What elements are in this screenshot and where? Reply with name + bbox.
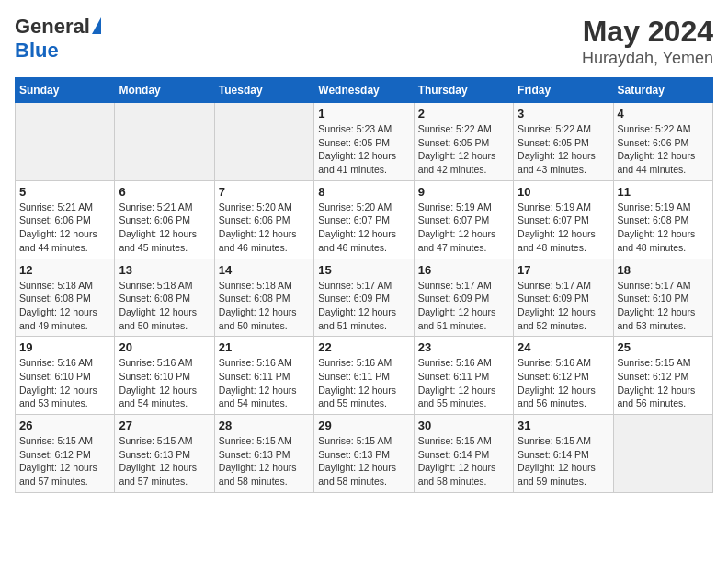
day-number: 22 xyxy=(318,340,409,354)
day-number: 20 xyxy=(119,340,210,354)
day-info: Sunrise: 5:15 AM Sunset: 6:14 PM Dayligh… xyxy=(418,434,509,488)
header-sunday: Sunday xyxy=(16,78,115,103)
calendar-cell: 13Sunrise: 5:18 AM Sunset: 6:08 PM Dayli… xyxy=(115,259,214,337)
calendar-cell: 2Sunrise: 5:22 AM Sunset: 6:05 PM Daylig… xyxy=(414,103,513,181)
calendar-cell: 3Sunrise: 5:22 AM Sunset: 6:05 PM Daylig… xyxy=(514,103,613,181)
calendar-cell: 4Sunrise: 5:22 AM Sunset: 6:06 PM Daylig… xyxy=(613,103,712,181)
day-info: Sunrise: 5:18 AM Sunset: 6:08 PM Dayligh… xyxy=(19,279,110,333)
calendar-cell: 18Sunrise: 5:17 AM Sunset: 6:10 PM Dayli… xyxy=(613,259,712,337)
day-number: 13 xyxy=(119,263,210,277)
logo: General Blue xyxy=(15,15,101,63)
day-number: 3 xyxy=(518,107,609,121)
day-info: Sunrise: 5:18 AM Sunset: 6:08 PM Dayligh… xyxy=(119,279,210,333)
day-number: 1 xyxy=(318,107,409,121)
location-subtitle: Huraydah, Yemen xyxy=(582,49,713,68)
calendar-cell: 20Sunrise: 5:16 AM Sunset: 6:10 PM Dayli… xyxy=(115,337,214,415)
calendar-cell: 7Sunrise: 5:20 AM Sunset: 6:06 PM Daylig… xyxy=(214,180,313,259)
calendar-table: SundayMondayTuesdayWednesdayThursdayFrid… xyxy=(15,77,713,493)
calendar-week-row: 19Sunrise: 5:16 AM Sunset: 6:10 PM Dayli… xyxy=(16,337,713,415)
calendar-cell xyxy=(16,103,115,181)
day-info: Sunrise: 5:15 AM Sunset: 6:13 PM Dayligh… xyxy=(219,434,310,488)
header-monday: Monday xyxy=(115,78,214,103)
day-number: 6 xyxy=(119,185,210,199)
day-number: 10 xyxy=(518,185,609,199)
logo-general-text: General xyxy=(15,15,90,39)
day-info: Sunrise: 5:20 AM Sunset: 6:07 PM Dayligh… xyxy=(318,201,409,255)
calendar-cell: 25Sunrise: 5:15 AM Sunset: 6:12 PM Dayli… xyxy=(613,337,712,415)
calendar-cell: 8Sunrise: 5:20 AM Sunset: 6:07 PM Daylig… xyxy=(314,180,414,259)
day-number: 21 xyxy=(219,340,310,354)
day-number: 16 xyxy=(418,263,509,277)
day-number: 24 xyxy=(518,340,609,354)
calendar-cell: 14Sunrise: 5:18 AM Sunset: 6:08 PM Dayli… xyxy=(214,259,313,337)
calendar-cell: 1Sunrise: 5:23 AM Sunset: 6:05 PM Daylig… xyxy=(314,103,414,181)
day-info: Sunrise: 5:15 AM Sunset: 6:12 PM Dayligh… xyxy=(19,434,110,488)
day-number: 19 xyxy=(19,340,110,354)
day-number: 18 xyxy=(618,263,709,277)
day-info: Sunrise: 5:16 AM Sunset: 6:10 PM Dayligh… xyxy=(19,356,110,410)
calendar-week-row: 12Sunrise: 5:18 AM Sunset: 6:08 PM Dayli… xyxy=(16,259,713,337)
day-info: Sunrise: 5:17 AM Sunset: 6:10 PM Dayligh… xyxy=(618,279,709,333)
calendar-cell: 12Sunrise: 5:18 AM Sunset: 6:08 PM Dayli… xyxy=(16,259,115,337)
calendar-cell: 23Sunrise: 5:16 AM Sunset: 6:11 PM Dayli… xyxy=(414,337,513,415)
day-info: Sunrise: 5:23 AM Sunset: 6:05 PM Dayligh… xyxy=(318,122,409,177)
day-info: Sunrise: 5:17 AM Sunset: 6:09 PM Dayligh… xyxy=(518,279,609,333)
calendar-cell: 17Sunrise: 5:17 AM Sunset: 6:09 PM Dayli… xyxy=(514,259,613,337)
day-number: 11 xyxy=(618,185,709,199)
logo-triangle-icon xyxy=(92,17,101,34)
calendar-cell: 15Sunrise: 5:17 AM Sunset: 6:09 PM Dayli… xyxy=(314,259,414,337)
calendar-cell xyxy=(214,103,313,181)
day-number: 14 xyxy=(219,263,310,277)
calendar-cell: 26Sunrise: 5:15 AM Sunset: 6:12 PM Dayli… xyxy=(16,415,115,493)
day-info: Sunrise: 5:15 AM Sunset: 6:14 PM Dayligh… xyxy=(518,434,609,488)
calendar-cell: 30Sunrise: 5:15 AM Sunset: 6:14 PM Dayli… xyxy=(414,415,513,493)
day-info: Sunrise: 5:16 AM Sunset: 6:12 PM Dayligh… xyxy=(518,356,609,410)
calendar-cell: 24Sunrise: 5:16 AM Sunset: 6:12 PM Dayli… xyxy=(514,337,613,415)
day-info: Sunrise: 5:16 AM Sunset: 6:11 PM Dayligh… xyxy=(219,356,310,410)
day-info: Sunrise: 5:20 AM Sunset: 6:06 PM Dayligh… xyxy=(219,201,310,255)
header-tuesday: Tuesday xyxy=(214,78,313,103)
day-number: 31 xyxy=(518,419,609,432)
day-number: 17 xyxy=(518,263,609,277)
day-number: 2 xyxy=(418,107,509,121)
logo-blue-text: Blue xyxy=(15,39,59,63)
day-number: 23 xyxy=(418,340,509,354)
day-info: Sunrise: 5:16 AM Sunset: 6:11 PM Dayligh… xyxy=(318,356,409,410)
day-info: Sunrise: 5:22 AM Sunset: 6:05 PM Dayligh… xyxy=(518,122,609,177)
day-info: Sunrise: 5:19 AM Sunset: 6:07 PM Dayligh… xyxy=(518,201,609,255)
day-number: 5 xyxy=(19,185,110,199)
calendar-cell: 10Sunrise: 5:19 AM Sunset: 6:07 PM Dayli… xyxy=(514,180,613,259)
calendar-cell: 16Sunrise: 5:17 AM Sunset: 6:09 PM Dayli… xyxy=(414,259,513,337)
calendar-cell: 27Sunrise: 5:15 AM Sunset: 6:13 PM Dayli… xyxy=(115,415,214,493)
day-info: Sunrise: 5:19 AM Sunset: 6:07 PM Dayligh… xyxy=(418,201,509,255)
day-number: 7 xyxy=(219,185,310,199)
calendar-cell: 5Sunrise: 5:21 AM Sunset: 6:06 PM Daylig… xyxy=(16,180,115,259)
day-number: 29 xyxy=(318,419,409,432)
day-number: 27 xyxy=(119,419,210,432)
day-info: Sunrise: 5:16 AM Sunset: 6:11 PM Dayligh… xyxy=(418,356,509,410)
day-info: Sunrise: 5:21 AM Sunset: 6:06 PM Dayligh… xyxy=(119,201,210,255)
calendar-week-row: 26Sunrise: 5:15 AM Sunset: 6:12 PM Dayli… xyxy=(16,415,713,493)
day-number: 15 xyxy=(318,263,409,277)
day-info: Sunrise: 5:16 AM Sunset: 6:10 PM Dayligh… xyxy=(119,356,210,410)
calendar-cell: 28Sunrise: 5:15 AM Sunset: 6:13 PM Dayli… xyxy=(214,415,313,493)
calendar-cell: 6Sunrise: 5:21 AM Sunset: 6:06 PM Daylig… xyxy=(115,180,214,259)
calendar-week-row: 1Sunrise: 5:23 AM Sunset: 6:05 PM Daylig… xyxy=(16,103,713,181)
calendar-cell: 29Sunrise: 5:15 AM Sunset: 6:13 PM Dayli… xyxy=(314,415,414,493)
day-info: Sunrise: 5:17 AM Sunset: 6:09 PM Dayligh… xyxy=(418,279,509,333)
day-info: Sunrise: 5:21 AM Sunset: 6:06 PM Dayligh… xyxy=(19,201,110,255)
day-number: 30 xyxy=(418,419,509,432)
day-info: Sunrise: 5:15 AM Sunset: 6:13 PM Dayligh… xyxy=(318,434,409,488)
day-info: Sunrise: 5:15 AM Sunset: 6:12 PM Dayligh… xyxy=(618,356,709,410)
calendar-cell: 21Sunrise: 5:16 AM Sunset: 6:11 PM Dayli… xyxy=(214,337,313,415)
day-number: 26 xyxy=(19,419,110,432)
calendar-cell: 22Sunrise: 5:16 AM Sunset: 6:11 PM Dayli… xyxy=(314,337,414,415)
day-number: 12 xyxy=(19,263,110,277)
day-info: Sunrise: 5:17 AM Sunset: 6:09 PM Dayligh… xyxy=(318,279,409,333)
header-wednesday: Wednesday xyxy=(314,78,414,103)
calendar-cell xyxy=(613,415,712,493)
day-number: 8 xyxy=(318,185,409,199)
day-info: Sunrise: 5:15 AM Sunset: 6:13 PM Dayligh… xyxy=(119,434,210,488)
header-friday: Friday xyxy=(514,78,613,103)
day-number: 9 xyxy=(418,185,509,199)
